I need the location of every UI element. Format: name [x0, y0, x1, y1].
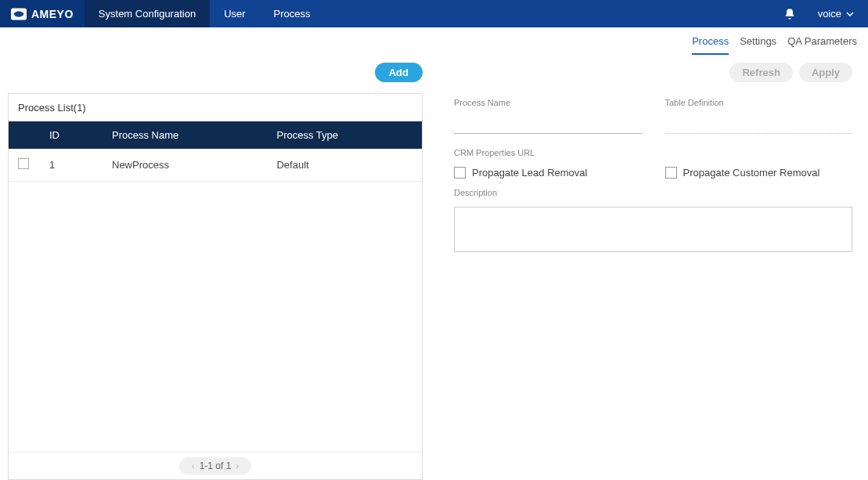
brand-logo: AMEYO: [0, 0, 85, 27]
process-list-card: Process List(1) ID Process Name Process …: [8, 93, 423, 480]
pager-prev-icon[interactable]: ‹: [187, 460, 200, 471]
pagination-text: 1-1 of 1: [200, 460, 232, 471]
apply-label: Apply: [812, 67, 840, 78]
propagate-lead-label: Propagate Lead Removal: [472, 167, 587, 179]
chevron-down-icon: [846, 10, 854, 18]
nav-process[interactable]: Process: [260, 0, 325, 27]
cell-name: NewProcess: [103, 149, 267, 182]
process-name-label: Process Name: [454, 98, 642, 107]
tab-settings[interactable]: Settings: [740, 35, 776, 55]
tab-label: Settings: [740, 35, 776, 47]
cell-type: Default: [267, 149, 422, 182]
propagate-lead-checkbox[interactable]: [454, 167, 466, 179]
right-panel: Refresh Apply Process Name Table Definit…: [454, 63, 860, 480]
tab-process[interactable]: Process: [692, 35, 729, 55]
pager-next-icon[interactable]: ›: [231, 460, 243, 471]
add-button[interactable]: Add: [375, 63, 423, 82]
table-definition-label: Table Definition: [665, 98, 853, 107]
add-button-label: Add: [389, 67, 409, 78]
subtabs: Process Settings QA Parameters: [0, 27, 868, 55]
brand-icon: [11, 8, 27, 20]
process-table: ID Process Name Process Type 1 NewProces…: [9, 121, 422, 182]
process-name-input[interactable]: [454, 118, 642, 134]
pagination: ‹ 1-1 of 1 ›: [9, 452, 422, 479]
process-list-title: Process List(1): [9, 94, 422, 121]
main-content: Add Process List(1) ID Process Name Proc…: [0, 55, 868, 480]
nav-label: Process: [274, 8, 311, 20]
nav-label: System Configuration: [99, 8, 196, 20]
tab-label: QA Parameters: [787, 35, 857, 47]
tab-label: Process: [692, 35, 729, 47]
table-row[interactable]: 1 NewProcess Default: [9, 149, 422, 182]
table-empty-space: [9, 182, 422, 452]
top-nav: AMEYO System Configuration User Process …: [0, 0, 868, 27]
brand-text: AMEYO: [31, 8, 74, 20]
crm-label: CRM Properties URL: [454, 148, 852, 157]
nav-system-configuration[interactable]: System Configuration: [85, 0, 210, 27]
col-process-type: Process Type: [267, 121, 422, 149]
tab-qa-parameters[interactable]: QA Parameters: [787, 35, 857, 55]
row-checkbox[interactable]: [18, 158, 29, 169]
nav-label: User: [224, 8, 245, 20]
user-menu[interactable]: voice: [818, 8, 868, 20]
apply-button[interactable]: Apply: [799, 63, 852, 82]
refresh-button[interactable]: Refresh: [729, 63, 792, 82]
description-textarea[interactable]: [454, 207, 852, 252]
col-process-name: Process Name: [103, 121, 267, 149]
cell-id: 1: [40, 149, 103, 182]
refresh-label: Refresh: [742, 67, 780, 78]
notifications-icon[interactable]: [783, 8, 796, 20]
propagate-customer-label: Propagate Customer Removal: [683, 167, 820, 179]
col-id: ID: [40, 121, 103, 149]
nav-user[interactable]: User: [210, 0, 259, 27]
propagate-customer-checkbox[interactable]: [665, 167, 677, 179]
user-menu-label: voice: [818, 8, 841, 20]
table-definition-input[interactable]: [665, 118, 853, 134]
left-panel: Add Process List(1) ID Process Name Proc…: [8, 63, 423, 480]
description-label: Description: [454, 188, 852, 197]
